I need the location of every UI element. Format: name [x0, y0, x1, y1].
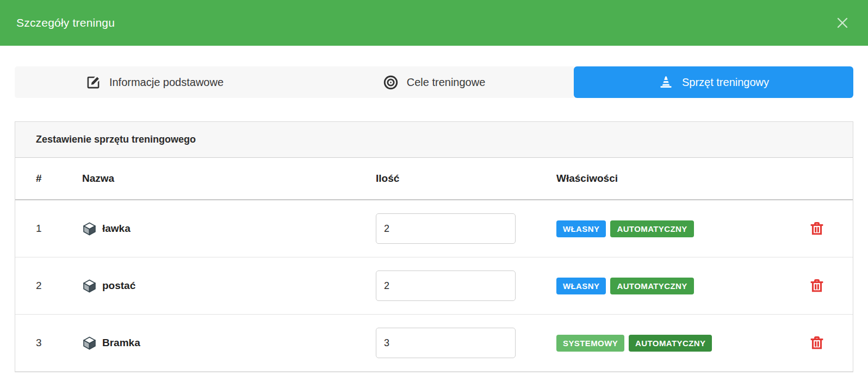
equipment-name: Bramka — [102, 337, 140, 349]
page-title: Szczegóły treningu — [16, 16, 115, 29]
close-button[interactable] — [833, 14, 852, 32]
column-header-name: Nazwa — [74, 158, 368, 200]
tab-bar: Informacje podstawowe Cele treningowe Sp… — [15, 66, 853, 98]
table-row: 3 Bramka — [15, 315, 853, 372]
quantity-input[interactable] — [376, 328, 516, 358]
equipment-panel: Zestawienie sprzętu treningowego # Nazwa… — [15, 121, 853, 372]
property-badge: AUTOMATYCZNY — [610, 278, 693, 294]
tab-label: Informacje podstawowe — [109, 76, 224, 89]
tab-label: Sprzęt treningowy — [682, 76, 769, 89]
cube-icon — [82, 222, 97, 236]
quantity-input[interactable] — [376, 271, 516, 301]
tab-informacje-podstawowe[interactable]: Informacje podstawowe — [15, 66, 294, 98]
equipment-name: ławka — [102, 223, 131, 235]
row-index: 3 — [15, 315, 74, 372]
property-badge: AUTOMATYCZNY — [629, 335, 712, 352]
tab-label: Cele treningowe — [407, 76, 486, 89]
property-badge: WŁASNY — [556, 278, 606, 294]
row-index: 2 — [15, 257, 74, 315]
table-row: 2 postać — [15, 257, 853, 315]
tab-cele-treningowe[interactable]: Cele treningowe — [294, 66, 574, 98]
panel-title: Zestawienie sprzętu treningowego — [15, 122, 853, 158]
equipment-table: # Nazwa Ilość Właściwości 1 — [15, 158, 853, 372]
equipment-name: postać — [102, 280, 135, 292]
quantity-input[interactable] — [376, 213, 516, 244]
table-row: 1 ławka — [15, 200, 853, 257]
property-badge: WŁASNY — [556, 220, 606, 237]
target-icon — [383, 75, 399, 90]
modal-header: Szczegóły treningu — [0, 0, 868, 46]
row-index: 1 — [15, 200, 74, 257]
tab-sprzet-treningowy[interactable]: Sprzęt treningowy — [574, 66, 853, 98]
column-header-properties: Właściwości — [548, 158, 781, 200]
property-badge: AUTOMATYCZNY — [610, 220, 693, 237]
trash-icon — [809, 335, 825, 351]
trash-icon — [809, 278, 825, 294]
column-header-quantity: Ilość — [368, 158, 548, 200]
delete-button[interactable] — [807, 275, 827, 296]
edit-square-icon — [85, 75, 101, 90]
traffic-cone-icon — [658, 75, 674, 90]
column-header-index: # — [15, 158, 74, 200]
property-badge: SYSTEMOWY — [556, 335, 624, 352]
table-header-row: # Nazwa Ilość Właściwości — [15, 158, 853, 200]
cube-icon — [82, 336, 97, 351]
delete-button[interactable] — [807, 218, 827, 239]
delete-button[interactable] — [807, 333, 827, 353]
close-icon — [836, 17, 848, 29]
column-header-actions — [781, 158, 853, 200]
training-details-modal: Szczegóły treningu Informacje podstawowe… — [0, 0, 868, 372]
cube-icon — [82, 279, 97, 293]
trash-icon — [809, 220, 825, 237]
